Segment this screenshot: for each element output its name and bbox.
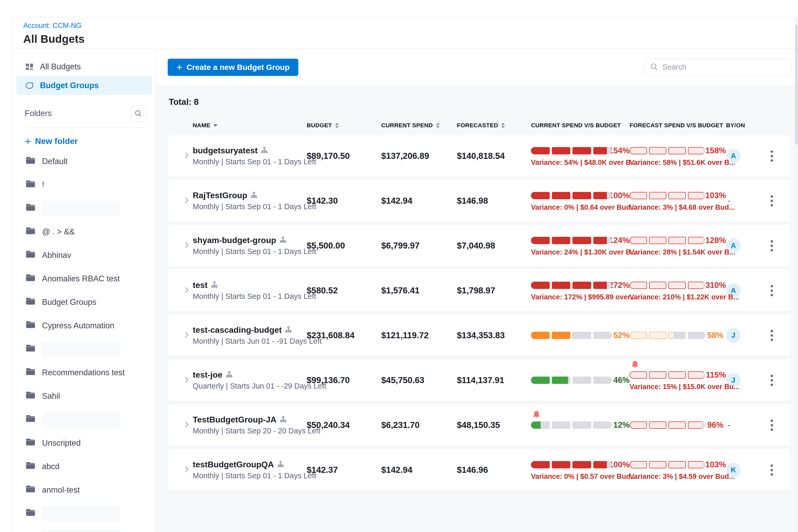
folder-item[interactable]: ! (13, 173, 156, 197)
folder-name: anmol-test (42, 485, 80, 495)
budget-group-name[interactable]: test (193, 280, 208, 290)
progress-bar (531, 192, 607, 199)
by-on-cell: - (726, 420, 747, 430)
table-header-row: NAME BUDGET CURRENT SPEND FORECASTED CUR… (168, 122, 790, 129)
budget-group-name[interactable]: budgetsuryatest (193, 146, 258, 155)
percentage-label: 96% (707, 420, 723, 430)
current-spend-cell: $6,799.97 (381, 241, 457, 251)
row-menu-button[interactable] (768, 462, 776, 478)
sidebar-item-all-budgets[interactable]: All Budgets (16, 57, 152, 76)
budget-group-name-cell: test-cascading-budgetMonthly | Starts Ju… (193, 325, 307, 345)
folder-item[interactable]: Abhinav (13, 244, 156, 267)
current-spend-cell: $45,750.63 (381, 375, 457, 385)
grid-icon (25, 62, 34, 72)
breadcrumb-account-link[interactable]: Account: CCM-NG (23, 22, 798, 30)
folder-item[interactable]: @ . > && (13, 220, 156, 244)
table-row[interactable]: budgetsuryatestMonthly | Starts Sep 01 -… (168, 135, 790, 177)
folder-item[interactable]: Recommendations test (13, 361, 156, 384)
table-row[interactable]: RajTestGroupMonthly | Starts Sep 01 - 1 … (168, 180, 790, 222)
variance-label: Variance: 3% | $4.68 over Bud... (629, 204, 726, 211)
variance-label: Variance: 54% | $48.0K over B... (531, 158, 629, 167)
budget-schedule: Monthly | Starts Sep 01 - 1 Days Left (193, 292, 307, 301)
percentage-label: 158% (705, 146, 726, 155)
sidebar-item-budget-groups[interactable]: Budget Groups (16, 76, 152, 95)
folder-item[interactable]: Default (13, 150, 156, 173)
percentage-label: 12% (613, 420, 629, 430)
chevron-right-icon (184, 197, 190, 205)
scrollbar-thumb[interactable] (795, 25, 798, 145)
row-menu-button[interactable] (768, 193, 776, 209)
budget-group-name[interactable]: testBudgetGroupQA (193, 460, 274, 470)
column-header-name[interactable]: NAME (193, 122, 307, 129)
folder-item[interactable]: abcd (13, 455, 156, 478)
hierarchy-icon (261, 147, 268, 155)
table-row[interactable]: TestBudgetGroup-JAMonthly | Starts Sep 2… (168, 404, 790, 446)
expand-row-button[interactable] (181, 286, 193, 295)
expand-row-button[interactable] (181, 152, 193, 160)
main-content: + Create a new Budget Group Total: 8 NAM… (156, 49, 798, 532)
budget-group-name[interactable]: RajTestGroup (193, 191, 247, 200)
progress-bar (629, 147, 703, 154)
row-menu-button[interactable] (768, 417, 776, 433)
expand-row-button[interactable] (181, 376, 193, 384)
table-row[interactable]: test-joeQuarterly | Starts Jun 01 - -29 … (168, 359, 790, 401)
column-header-budget[interactable]: BUDGET (307, 122, 381, 129)
variance-label: Variance: 172% | $995.89 over... (531, 293, 629, 301)
column-header-forecast-vs-budget: FORECAST SPEND V/S BUDGET (629, 122, 726, 129)
row-menu-button[interactable] (768, 148, 776, 164)
budget-group-name[interactable]: test-cascading-budget (193, 325, 282, 335)
scrollbar[interactable] (795, 17, 798, 532)
forecast-vs-budget-cell: 115%Variance: 15% | $15.0K over Bu... (629, 370, 726, 391)
percentage-label: 124% (609, 236, 629, 245)
folder-icon (25, 156, 36, 167)
table-row[interactable]: testMonthly | Starts Sep 01 - 1 Days Lef… (168, 270, 790, 311)
folder-item[interactable]: Unscripted (13, 431, 156, 455)
folder-item[interactable] (13, 525, 156, 532)
folder-item[interactable] (13, 408, 156, 431)
progress-bar (531, 332, 611, 339)
progress-bar (629, 372, 704, 379)
current-vs-budget-cell: 100%Variance: 0% | $0.64 over Bud... (531, 190, 629, 211)
folder-icon (25, 391, 36, 402)
expand-row-button[interactable] (181, 466, 193, 474)
expand-row-button[interactable] (181, 197, 193, 205)
row-menu-button[interactable] (768, 372, 776, 388)
folder-item[interactable]: Budget Groups (13, 290, 156, 314)
expand-row-button[interactable] (181, 331, 193, 340)
current-spend-cell: $6,231.70 (381, 420, 457, 430)
redacted-folder-name (42, 506, 120, 521)
progress-bar (531, 461, 607, 468)
expand-row-button[interactable] (181, 242, 193, 250)
create-budget-group-label: Create a new Budget Group (187, 63, 289, 72)
folder-icon (25, 438, 36, 449)
expand-row-button[interactable] (181, 421, 193, 429)
budget-group-name[interactable]: test-joe (193, 370, 223, 380)
create-budget-group-button[interactable]: + Create a new Budget Group (168, 59, 298, 76)
folder-item[interactable]: Sahil (13, 384, 156, 408)
new-folder-button[interactable]: + New folder (25, 136, 156, 146)
current-spend-cell: $121,119.72 (381, 330, 457, 340)
folder-item[interactable] (13, 197, 156, 220)
table-row[interactable]: shyam-budget-groupMonthly | Starts Sep 0… (168, 225, 790, 267)
folder-item[interactable] (13, 338, 156, 361)
table-row[interactable]: test-cascading-budgetMonthly | Starts Ju… (168, 315, 790, 356)
row-menu-button[interactable] (768, 238, 776, 254)
chevron-right-icon (184, 376, 190, 384)
column-header-current-spend[interactable]: CURRENT SPEND (381, 122, 457, 129)
folder-item[interactable]: Cypress Automation (13, 314, 156, 338)
folder-item[interactable]: Anomalies RBAC test (13, 267, 156, 290)
row-menu-button[interactable] (768, 327, 776, 344)
folder-item[interactable] (13, 502, 156, 525)
folder-item[interactable]: anmol-test (13, 478, 156, 502)
column-header-forecasted[interactable]: FORECASTED (457, 122, 531, 129)
folder-icon (25, 250, 36, 261)
budget-group-name[interactable]: shyam-budget-group (193, 235, 276, 245)
table-row[interactable]: testBudgetGroupQAMonthly | Starts Sep 01… (168, 449, 790, 491)
budget-group-name[interactable]: TestBudgetGroup-JA (193, 415, 277, 424)
current-spend-cell: $142.94 (381, 196, 457, 206)
chevron-right-icon (184, 286, 190, 295)
page-header: Account: CCM-NG All Budgets (13, 17, 798, 49)
search-input[interactable] (662, 63, 786, 72)
folder-search-button[interactable] (130, 106, 146, 121)
row-menu-button[interactable] (768, 282, 776, 299)
